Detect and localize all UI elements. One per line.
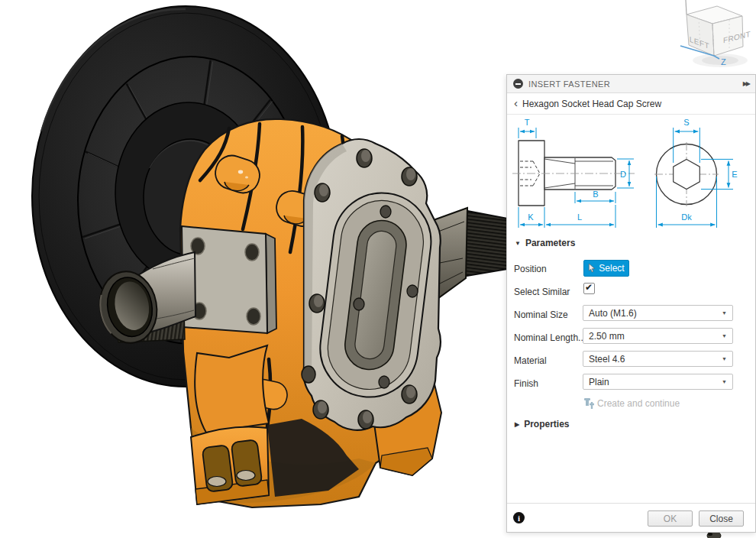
chevron-right-icon[interactable]: ▶	[515, 421, 519, 428]
axis-pole	[686, 0, 687, 15]
cover-plate[interactable]	[302, 139, 441, 430]
view-cube[interactable]: LEFT FRONT Z	[676, 0, 752, 70]
dim-T: T	[525, 118, 530, 127]
outlet-threads	[462, 210, 508, 277]
dialog-title: INSERT FASTENER	[528, 79, 743, 89]
material-value: Steel 4.6	[589, 354, 722, 365]
close-button[interactable]: Close	[699, 510, 744, 527]
create-continue-icon	[583, 397, 594, 409]
material-dropdown[interactable]: Steel 4.6 ▼	[583, 351, 733, 367]
dim-L: L	[577, 212, 582, 222]
select-similar-label: Select Similar	[514, 287, 584, 297]
z-axis-label: Z	[721, 57, 726, 66]
dim-E: E	[732, 170, 737, 179]
dim-S: S	[683, 118, 689, 127]
finish-value: Plain	[589, 377, 722, 387]
properties-section-header[interactable]: ▶ Properties	[515, 419, 570, 429]
dialog-footer: i OK Close	[507, 503, 755, 532]
create-continue-label: Create and continue	[597, 398, 680, 409]
cursor-arrow-icon	[588, 264, 596, 273]
application-window: LEFT FRONT Z INSERT FASTENER ▶▶ ‹ Hexago…	[0, 0, 756, 538]
dropdown-caret-icon: ▼	[722, 333, 727, 339]
mounting-foot-front[interactable]	[191, 345, 269, 504]
position-select-button[interactable]: Select	[583, 260, 629, 277]
properties-header-label: Properties	[524, 419, 569, 429]
panel-grip-icon[interactable]	[513, 79, 523, 89]
parameters-header-label: Parameters	[525, 238, 575, 248]
slot-washer	[208, 477, 226, 487]
dim-K: K	[528, 212, 534, 222]
nominal-length-value: 2.50 mm	[589, 331, 722, 342]
flange-hole	[247, 308, 260, 325]
nominal-length-label: Nominal Length...	[514, 332, 584, 343]
flange-hole	[245, 244, 259, 261]
nominal-size-dropdown[interactable]: Auto (M1.6) ▼	[583, 305, 733, 321]
ok-button[interactable]: OK	[648, 510, 693, 527]
info-icon[interactable]: i	[513, 512, 525, 523]
select-button-label: Select	[599, 263, 624, 274]
dropdown-caret-icon: ▼	[722, 356, 727, 361]
fastener-diagram: T D B K L S E Dk	[507, 115, 756, 235]
nominal-size-label: Nominal Size	[514, 310, 584, 320]
breadcrumb-label: Hexagon Socket Head Cap Screw	[522, 99, 661, 109]
dim-Dk: Dk	[681, 212, 692, 222]
select-similar-checkbox[interactable]	[583, 283, 595, 294]
finish-label: Finish	[514, 378, 584, 389]
expand-panel-icon[interactable]: ▶▶	[743, 80, 749, 87]
dropdown-caret-icon: ▼	[722, 379, 727, 384]
insert-fastener-dialog: INSERT FASTENER ▶▶ ‹ Hexagon Socket Head…	[506, 74, 756, 533]
nominal-size-value: Auto (M1.6)	[589, 308, 722, 319]
chevron-down-icon[interactable]: ▼	[515, 240, 521, 247]
position-label: Position	[514, 264, 584, 274]
dialog-titlebar[interactable]: INSERT FASTENER ▶▶	[507, 75, 755, 93]
parameters-section-header[interactable]: ▼ Parameters	[515, 238, 575, 248]
dim-D: D	[620, 170, 626, 179]
chevron-left-icon[interactable]: ‹	[514, 97, 518, 109]
slot-washer	[237, 471, 255, 481]
dropdown-caret-icon: ▼	[722, 310, 727, 316]
breadcrumb[interactable]: ‹ Hexagon Socket Head Cap Screw	[507, 93, 755, 115]
create-and-continue-button[interactable]: Create and continue	[583, 397, 680, 409]
material-label: Material	[514, 355, 584, 366]
nominal-length-dropdown[interactable]: 2.50 mm ▼	[583, 328, 733, 344]
finish-dropdown[interactable]: Plain ▼	[583, 374, 733, 390]
dim-B: B	[593, 190, 598, 199]
